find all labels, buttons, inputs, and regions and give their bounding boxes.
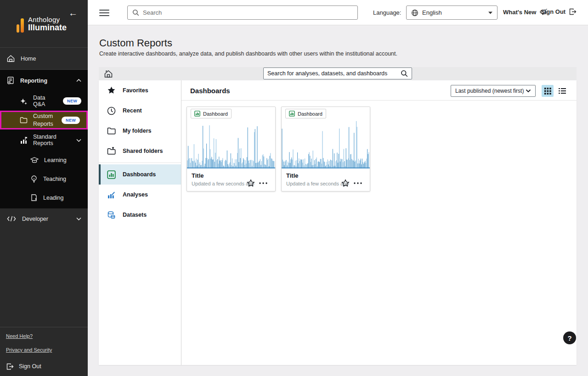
console-nav-analyses[interactable]: Analyses [99, 185, 181, 205]
menu-hamburger-icon[interactable] [99, 8, 109, 17]
nav-item-label: Dashboards [123, 171, 156, 178]
console-sidenav: Favorites Recent My folders Shared folde… [99, 80, 181, 365]
favorite-star-icon[interactable] [341, 179, 350, 187]
help-button[interactable]: ? [563, 331, 576, 344]
document-plus-icon [30, 194, 38, 202]
star-filled-icon [107, 86, 116, 95]
console-home-icon[interactable] [103, 69, 113, 79]
sidebar-item-label: Reporting [20, 78, 47, 84]
page-description: Create interactive dashboards, analyze d… [99, 51, 397, 57]
globe-icon [411, 9, 418, 17]
sign-out-label: Sign Out [19, 363, 41, 370]
global-search[interactable] [127, 6, 358, 20]
sidebar-item-reporting[interactable]: Reporting [0, 70, 88, 91]
language-label: Language: [373, 9, 401, 16]
shared-folder-icon [107, 147, 116, 155]
privacy-security-link[interactable]: Privacy and Security [6, 347, 52, 353]
sidebar-item-developer[interactable]: Developer [0, 208, 88, 229]
card-menu-icon[interactable] [259, 179, 269, 187]
dashboard-preview-sparkline [187, 118, 275, 169]
anthology-illuminate-logo: Anthology Illuminate [17, 16, 67, 33]
new-badge: NEW [62, 117, 80, 124]
need-help-link[interactable]: Need Help? [6, 333, 33, 339]
list-icon [559, 88, 566, 94]
console-toolbar [99, 67, 577, 80]
grid-view-toggle[interactable] [542, 85, 554, 97]
app-root: ← Anthology Illuminate Home Reporting D [0, 0, 588, 376]
sign-out-icon [569, 8, 577, 16]
logo-line1: Anthology [28, 16, 67, 23]
sidebar-footer-divider [0, 327, 88, 327]
nav-item-label: Favorites [123, 87, 148, 94]
sidebar-item-standard-reports[interactable]: Standard Reports [0, 129, 88, 151]
sidebar-item-leading[interactable]: Leading [0, 188, 88, 207]
sidebar-item-data-qa[interactable]: Data Q&A NEW [0, 91, 88, 111]
folder-icon [20, 117, 28, 123]
console-search-input[interactable] [267, 70, 398, 77]
nav-item-label: My folders [123, 128, 152, 134]
sidebar-item-home[interactable]: Home [0, 48, 88, 70]
sidebar-item-label: Learning [44, 157, 67, 163]
sidebar-item-teaching[interactable]: Teaching [0, 169, 88, 188]
sidebar-item-label: Developer [22, 216, 48, 222]
console-nav-shared-folders[interactable]: Shared folders [99, 141, 181, 161]
collapse-sidebar-icon[interactable]: ← [68, 7, 79, 18]
console-nav-favorites[interactable]: Favorites [99, 80, 181, 101]
chevron-up-icon [76, 79, 81, 82]
console-nav-datasets[interactable]: Datasets [99, 205, 181, 225]
favorite-star-icon[interactable] [247, 179, 255, 187]
folder-icon [107, 127, 116, 135]
console-nav-recent[interactable]: Recent [99, 101, 181, 121]
console-search[interactable] [263, 67, 412, 79]
clock-icon [107, 107, 116, 115]
asset-type-label: Dashboard [298, 111, 322, 117]
topbar: Language: English What's New Sign Out [88, 0, 588, 25]
main-sidebar: ← Anthology Illuminate Home Reporting D [0, 0, 88, 376]
search-icon [132, 9, 139, 16]
sidebar-item-label: Teaching [43, 176, 66, 182]
console-nav-dashboards[interactable]: Dashboards [99, 164, 181, 185]
card-menu-icon[interactable] [353, 179, 363, 187]
page-title: Custom Reports [99, 37, 172, 49]
console-nav-divider [99, 163, 181, 163]
dashboard-card[interactable]: Dashboard Title Updated a few seconds ag… [187, 107, 276, 191]
global-search-input[interactable] [143, 9, 353, 16]
sign-out-label: Sign Out [541, 8, 565, 15]
logo-line2: Illuminate [28, 23, 67, 33]
chevron-down-icon [526, 89, 531, 93]
list-view-toggle[interactable] [557, 86, 568, 96]
lightbulb-icon [30, 175, 38, 183]
grid-icon [544, 88, 551, 95]
data-qa-sparkle-icon [20, 97, 28, 105]
sidebar-header: ← Anthology Illuminate [0, 0, 88, 48]
sidebar-item-custom-reports[interactable]: Custom Reports NEW [0, 111, 88, 129]
search-icon [401, 70, 408, 77]
nav-item-label: Datasets [123, 212, 147, 218]
chevron-down-icon [76, 139, 81, 142]
chevron-down-icon [76, 217, 81, 220]
sidebar-item-learning[interactable]: Learning [0, 151, 88, 169]
dashboard-icon [289, 111, 295, 117]
dashboard-icon [194, 111, 200, 117]
sidebar-sign-out[interactable]: Sign Out [0, 360, 88, 373]
dashboard-preview-sparkline [282, 118, 370, 169]
language-select[interactable]: English [406, 6, 498, 20]
console-nav-my-folders[interactable]: My folders [99, 121, 181, 141]
new-badge: NEW [63, 97, 81, 105]
card-title: Title [192, 172, 271, 179]
topbar-sign-out[interactable]: Sign Out [541, 8, 577, 16]
sidebar-item-label: Home [21, 56, 36, 62]
sort-dropdown[interactable]: Last published (newest first) [451, 85, 536, 97]
reporting-icon [6, 76, 15, 85]
datasets-icon [107, 211, 116, 219]
card-footer: Title Updated a few seconds ago [187, 169, 275, 191]
code-icon [6, 215, 17, 222]
sidebar-item-label: Leading [43, 195, 64, 201]
nav-item-label: Recent [123, 107, 142, 114]
whats-new-label: What's New [503, 9, 536, 16]
card-title: Title [286, 172, 365, 179]
sort-value: Last published (newest first) [455, 88, 524, 94]
sidebar-item-label: Data Q&A [33, 95, 57, 107]
dashboard-card[interactable]: Dashboard Title Updated a few seconds ag… [281, 107, 370, 191]
card-footer: Title Updated a few seconds ago [282, 169, 370, 191]
